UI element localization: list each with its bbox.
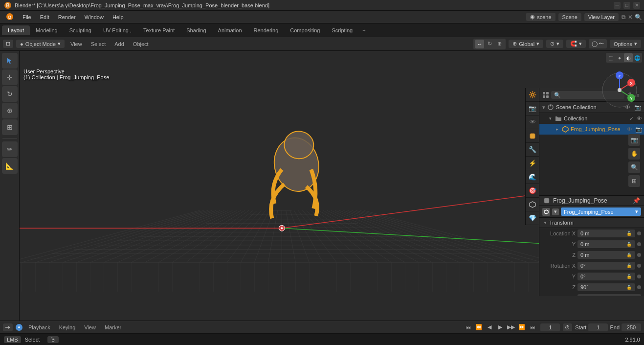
frog-camera-icon[interactable]: 📷 [635, 126, 642, 133]
hand-pan-icon[interactable]: ✋ [628, 148, 640, 160]
location-z-keyframe[interactable] [637, 253, 641, 257]
prop-tab-object[interactable] [526, 129, 539, 143]
prop-tab-constraints[interactable]: 🎯 [526, 184, 539, 198]
solid-shading-btn[interactable]: ● [615, 53, 624, 62]
editor-type-selector[interactable]: ⊡ [3, 40, 13, 48]
prop-tab-scene[interactable]: 📷 [526, 102, 539, 115]
measure-tool[interactable]: 📐 [2, 158, 18, 174]
transform-orientation-selector[interactable]: ⊕ Global ▾ [509, 40, 543, 48]
frog-visibility-icon[interactable]: 👁 [627, 126, 632, 132]
tab-uv-editing[interactable]: UV Editing , [97, 25, 137, 35]
menu-window[interactable]: Window [81, 13, 108, 21]
menu-edit[interactable]: Edit [36, 13, 53, 21]
prop-tab-material[interactable]: 💎 [526, 211, 539, 225]
prop-tab-active-tool[interactable]: 🔆 [526, 88, 539, 102]
location-z-lock[interactable]: 🔒 [625, 253, 632, 257]
outliner-editor-icon[interactable] [542, 90, 549, 100]
marker-menu[interactable]: Marker [102, 323, 124, 331]
location-x-lock[interactable]: 🔒 [625, 231, 632, 236]
view-menu[interactable]: View [67, 40, 85, 48]
rotate-icon[interactable]: ↻ [485, 40, 494, 48]
rotation-z-lock[interactable]: 🔒 [625, 285, 632, 290]
start-frame-input[interactable] [588, 323, 608, 331]
rotation-x-keyframe[interactable] [637, 264, 641, 268]
close-button[interactable]: ✕ [633, 2, 640, 9]
location-x-keyframe[interactable] [637, 231, 641, 235]
view-menu-timeline[interactable]: View [81, 323, 99, 331]
collection-row[interactable]: ▾ Collection ✓ 👁 [539, 113, 644, 124]
location-x-field[interactable]: 0 m 🔒 [577, 230, 635, 237]
rotation-mode-selector[interactable]: XYZ Euler ▾ [577, 294, 641, 297]
move-tool[interactable]: ✛ [2, 69, 18, 85]
prev-keyframe-btn[interactable]: ⏪ [474, 322, 484, 332]
maximize-button[interactable]: □ [623, 2, 630, 9]
timeline-type-icon[interactable] [3, 323, 13, 331]
proportional-editing[interactable]: ◯ 〜 [589, 39, 607, 48]
tab-scripting[interactable]: Scripting [326, 25, 358, 35]
rotation-y-keyframe[interactable] [637, 275, 641, 278]
add-menu[interactable]: Add [111, 40, 127, 48]
frog-object-row[interactable]: ▸ Frog_Jumping_Pose 👁 📷 [539, 124, 644, 135]
split-icon[interactable]: ⧉ [622, 14, 626, 21]
scale-icon[interactable]: ⊕ [495, 40, 504, 48]
tab-shading[interactable]: Shading [180, 25, 212, 35]
material-shading-btn[interactable]: ◐ [624, 53, 633, 62]
tab-compositing[interactable]: Compositing [284, 25, 326, 35]
menu-render[interactable]: Render [54, 13, 80, 21]
view-layer-selector[interactable]: View Layer [584, 13, 619, 21]
tab-rendering[interactable]: Rendering [248, 25, 285, 35]
collection-visibility-checkbox[interactable]: ✓ [629, 115, 634, 122]
select-tool[interactable] [2, 53, 18, 69]
fps-display[interactable]: ⏱ [563, 323, 572, 331]
prop-tab-particles[interactable]: ⚡ [526, 157, 539, 170]
annotate-tool[interactable]: ✏ [2, 141, 18, 157]
grid-view-icon[interactable]: ⊞ [628, 175, 640, 187]
object-data-selector[interactable]: Frog_Jumping_Pose ▾ [561, 207, 641, 216]
tab-animation[interactable]: Animation [212, 25, 248, 35]
render-engine-selector[interactable]: ◉ scene [526, 13, 555, 21]
scene-selector[interactable]: Scene [558, 13, 581, 21]
current-frame-input[interactable] [540, 323, 560, 331]
location-z-field[interactable]: 0 m 🔒 [577, 251, 635, 259]
prop-tab-world[interactable]: 👁 [526, 115, 539, 129]
location-y-field[interactable]: 0 m 🔒 [577, 240, 635, 248]
keying-menu[interactable]: Keying [56, 323, 79, 331]
pivot-selector[interactable]: ⊙ ▾ [546, 40, 563, 48]
select-menu[interactable]: Select [88, 40, 109, 48]
prop-tab-data[interactable] [526, 198, 539, 211]
add-workspace-button[interactable]: + [358, 25, 369, 35]
search-icon[interactable]: 🔍 [635, 14, 642, 21]
options-button[interactable]: Options ▾ [610, 40, 641, 48]
rendered-shading-btn[interactable]: 🌐 [633, 53, 642, 62]
tab-texture-paint[interactable]: Texture Paint [137, 25, 180, 35]
object-menu[interactable]: Object [130, 40, 152, 48]
rotation-y-lock[interactable]: 🔒 [625, 274, 632, 279]
next-keyframe-btn[interactable]: ⏩ [517, 322, 527, 332]
rotation-x-field[interactable]: 0° 🔒 [577, 262, 635, 270]
prop-tab-modifiers[interactable]: 🔧 [526, 143, 539, 157]
transform-tool[interactable]: ⊞ [2, 119, 18, 135]
location-y-keyframe[interactable] [637, 242, 641, 246]
collection-camera-icon[interactable]: 👁 [637, 115, 642, 121]
titlebar-controls[interactable]: ─ □ ✕ [614, 2, 640, 9]
tab-modeling[interactable]: Modeling [30, 25, 64, 35]
tab-layout[interactable]: Layout [2, 25, 30, 35]
move-icon[interactable]: ↔ [475, 40, 484, 48]
step-back-btn[interactable]: ◀ [485, 322, 494, 332]
end-frame-input[interactable] [622, 323, 641, 331]
rotation-z-keyframe[interactable] [637, 285, 641, 289]
menu-blender[interactable]: B [2, 12, 18, 23]
rotation-y-field[interactable]: 0° 🔒 [577, 273, 635, 280]
wireframe-shading-btn[interactable]: ⬚ [606, 53, 615, 62]
search-viewport-icon[interactable]: 🔍 [628, 161, 640, 173]
tab-sculpting[interactable]: Sculpting [64, 25, 97, 35]
navigation-gizmo[interactable]: Z X Y [600, 70, 639, 110]
prop-tab-physics[interactable]: 🌊 [526, 170, 539, 184]
object-mode-selector[interactable]: ● Object Mode ▾ [16, 40, 65, 48]
play-btn[interactable]: ▶ [495, 322, 505, 332]
snap-selector[interactable]: 🧲 ▾ [566, 40, 586, 48]
jump-to-end-btn[interactable]: ⏭ [528, 322, 537, 332]
step-forward-btn[interactable]: ▶▶ [506, 322, 516, 332]
rotation-x-lock[interactable]: 🔒 [625, 263, 632, 268]
menu-help[interactable]: Help [109, 13, 128, 21]
